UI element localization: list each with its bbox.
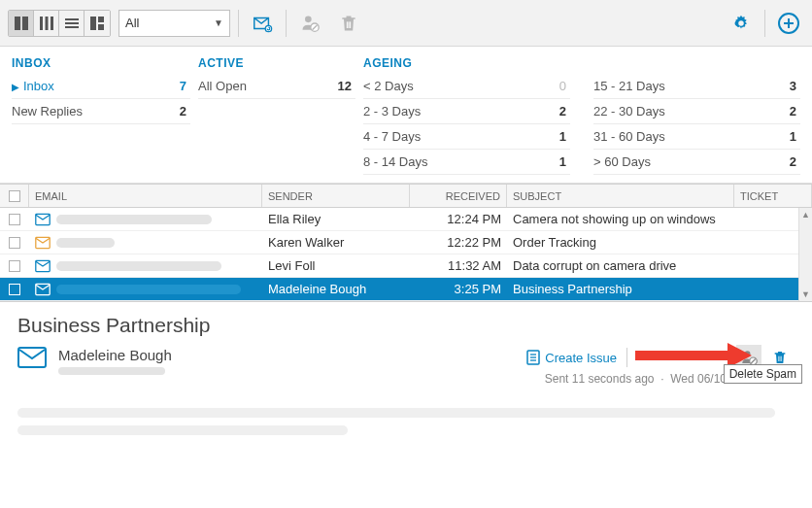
email-redacted xyxy=(56,215,212,224)
svg-rect-1 xyxy=(22,17,28,30)
mail-icon xyxy=(35,236,51,250)
block-user-button[interactable] xyxy=(294,8,325,39)
email-redacted xyxy=(56,261,221,271)
grid-body: Ella Riley 12:24 PM Camera not showing u… xyxy=(0,208,812,301)
filter-dropdown[interactable]: All ▼ xyxy=(118,10,230,37)
summary-row[interactable]: 2 - 3 Days2 xyxy=(363,99,570,124)
summary-row[interactable]: 8 - 14 Days1 xyxy=(363,150,570,175)
svg-rect-2 xyxy=(40,17,43,30)
summary-header: ACTIVE xyxy=(198,56,355,74)
row-received: 12:22 PM xyxy=(410,231,507,254)
row-checkbox[interactable] xyxy=(0,254,29,277)
row-checkbox[interactable] xyxy=(0,231,29,254)
chevron-right-icon: ▶ xyxy=(12,82,19,92)
summary-row-all-open[interactable]: All Open 12 xyxy=(198,74,355,99)
create-issue-button[interactable]: Create Issue xyxy=(522,348,621,367)
table-row[interactable]: Ella Riley 12:24 PM Camera not showing u… xyxy=(0,208,812,231)
summary-row[interactable]: 15 - 21 Days3 xyxy=(593,74,800,99)
settings-button[interactable] xyxy=(726,8,757,39)
view-cards-icon[interactable] xyxy=(9,11,34,36)
body-line-redacted xyxy=(17,408,775,418)
table-row[interactable]: Madeleine Bough 3:25 PM Business Partner… xyxy=(0,278,812,301)
row-checkbox[interactable] xyxy=(0,208,29,230)
from-address-redacted xyxy=(58,367,165,375)
svg-point-19 xyxy=(738,20,744,26)
summary-row[interactable]: 31 - 60 Days1 xyxy=(593,124,800,150)
row-subject: Data corrupt on camera drive xyxy=(507,254,734,277)
detail-pane: Business Partnership Madeleine Bough Cre… xyxy=(0,301,812,451)
row-email xyxy=(29,254,262,277)
row-checkbox[interactable] xyxy=(0,278,29,300)
row-subject: Camera not showing up on windows xyxy=(507,208,734,230)
row-sender: Ella Riley xyxy=(262,208,410,230)
summary-panel: INBOX ▶Inbox 7 New Replies 2 ACTIVE All … xyxy=(0,47,812,184)
summary-row[interactable]: > 60 Days2 xyxy=(593,150,800,175)
row-email xyxy=(29,208,262,230)
row-email xyxy=(29,231,262,254)
summary-row[interactable]: 4 - 7 Days1 xyxy=(363,124,570,150)
svg-rect-6 xyxy=(65,22,79,24)
table-row[interactable]: Levi Foll 11:32 AM Data corrupt on camer… xyxy=(0,254,812,278)
mail-icon xyxy=(35,283,51,296)
svg-point-11 xyxy=(265,25,271,31)
delete-button[interactable] xyxy=(333,8,364,39)
mail-icon xyxy=(17,347,47,370)
table-row[interactable]: Karen Walker 12:22 PM Order Tracking xyxy=(0,231,812,254)
grid-header-sender[interactable]: SENDER xyxy=(262,185,410,207)
message-body xyxy=(17,408,795,435)
refresh-mail-button[interactable] xyxy=(247,8,278,39)
row-sender: Levi Foll xyxy=(262,254,410,277)
svg-rect-8 xyxy=(90,17,96,30)
summary-inbox: INBOX ▶Inbox 7 New Replies 2 xyxy=(8,56,194,175)
mail-icon xyxy=(35,213,51,226)
chevron-down-icon: ▼ xyxy=(214,17,223,28)
grid-header: EMAIL SENDER RECEIVED SUBJECT TICKET xyxy=(0,185,812,208)
summary-row-new-replies[interactable]: New Replies 2 xyxy=(12,99,190,124)
grid-header-ticket[interactable]: TICKET xyxy=(734,185,812,207)
detail-subject: Business Partnership xyxy=(17,314,795,337)
svg-rect-3 xyxy=(45,17,48,30)
row-subject: Business Partnership xyxy=(507,278,734,300)
scroll-down-icon[interactable]: ▼ xyxy=(799,288,812,301)
svg-rect-5 xyxy=(65,18,79,20)
svg-point-32 xyxy=(745,351,751,356)
toolbar-divider xyxy=(286,10,287,37)
delete-spam-tooltip: Delete Spam xyxy=(724,364,802,384)
email-grid: EMAIL SENDER RECEIVED SUBJECT TICKET Ell… xyxy=(0,184,812,301)
email-redacted xyxy=(56,285,241,294)
summary-row-inbox[interactable]: ▶Inbox 7 xyxy=(12,74,190,99)
view-columns-icon[interactable] xyxy=(34,11,59,36)
filter-value: All xyxy=(125,16,139,30)
grid-header-checkbox[interactable] xyxy=(0,185,29,207)
svg-rect-7 xyxy=(65,26,79,28)
svg-point-12 xyxy=(305,16,312,22)
sent-meta: Sent 11 seconds ago · Wed 06/10/2 xyxy=(545,372,736,386)
row-subject: Order Tracking xyxy=(507,231,734,254)
view-split-icon[interactable] xyxy=(85,11,110,36)
body-line-redacted xyxy=(17,425,348,435)
view-list-icon[interactable] xyxy=(59,11,85,36)
summary-row[interactable]: < 2 Days0 xyxy=(363,74,570,99)
grid-header-subject[interactable]: SUBJECT xyxy=(507,185,734,207)
summary-ageing: AGEING < 2 Days0 2 - 3 Days2 4 - 7 Days1… xyxy=(359,56,804,175)
toolbar-divider xyxy=(764,10,765,37)
summary-header-spacer xyxy=(593,56,800,74)
summary-header: INBOX xyxy=(12,56,190,74)
add-button[interactable] xyxy=(773,8,804,39)
row-email xyxy=(29,278,262,300)
svg-rect-4 xyxy=(51,17,53,30)
svg-rect-0 xyxy=(15,17,20,30)
row-received: 11:32 AM xyxy=(410,254,507,277)
mail-icon xyxy=(35,259,51,273)
scrollbar[interactable]: ▲ ▼ xyxy=(798,208,812,301)
grid-header-received[interactable]: RECEIVED xyxy=(410,185,507,207)
row-sender: Madeleine Bough xyxy=(262,278,410,300)
view-toggle-group xyxy=(8,10,111,37)
row-received: 12:24 PM xyxy=(410,208,507,230)
row-received: 3:25 PM xyxy=(410,278,507,300)
summary-row[interactable]: 22 - 30 Days2 xyxy=(593,99,800,124)
grid-header-email[interactable]: EMAIL xyxy=(29,185,262,207)
scroll-up-icon[interactable]: ▲ xyxy=(799,208,812,221)
summary-active: ACTIVE All Open 12 xyxy=(194,56,359,175)
email-redacted xyxy=(56,238,115,248)
